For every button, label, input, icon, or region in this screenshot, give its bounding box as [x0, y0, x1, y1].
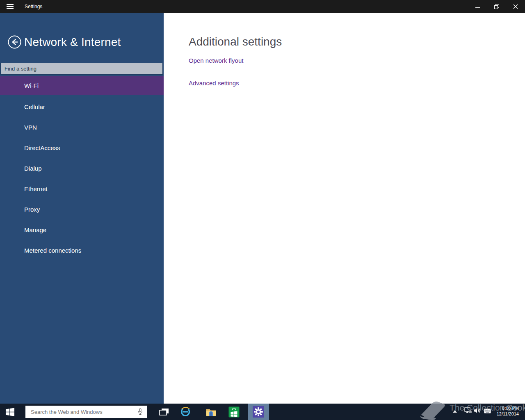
- hamburger-menu-icon[interactable]: [0, 0, 20, 13]
- internet-explorer-icon: [180, 406, 191, 417]
- store-icon: [228, 406, 240, 418]
- sidebar-item-label: Cellular: [24, 103, 45, 110]
- sidebar-item-metered-connections[interactable]: Metered connections: [0, 240, 164, 260]
- sidebar-item-label: Manage: [24, 226, 46, 233]
- sidebar-item-cellular[interactable]: Cellular: [0, 96, 164, 117]
- sidebar-item-wifi[interactable]: Wi-Fi: [0, 76, 164, 95]
- sidebar-item-label: Dialup: [24, 165, 42, 172]
- windows-logo-icon: [5, 407, 15, 417]
- internet-explorer-button[interactable]: [176, 404, 195, 420]
- sidebar-item-label: Ethernet: [24, 185, 48, 192]
- microphone-icon[interactable]: [137, 408, 143, 415]
- minimize-icon: [475, 4, 480, 9]
- restore-icon: [494, 4, 500, 9]
- close-button[interactable]: [506, 0, 525, 13]
- sidebar-header: Network & Internet: [8, 35, 121, 49]
- file-explorer-icon: [206, 408, 216, 416]
- sidebar-item-label: DirectAccess: [24, 144, 60, 151]
- task-view-button[interactable]: [154, 404, 174, 420]
- store-button[interactable]: [224, 404, 244, 420]
- minimize-button[interactable]: [468, 0, 487, 13]
- window-title: Settings: [25, 4, 42, 9]
- touch-keyboard-tray-icon[interactable]: [484, 409, 491, 413]
- open-network-flyout-link[interactable]: Open network flyout: [189, 57, 243, 64]
- sidebar-item-dialup[interactable]: Dialup: [0, 158, 164, 178]
- page-title: Network & Internet: [24, 36, 121, 49]
- sidebar-item-directaccess[interactable]: DirectAccess: [0, 137, 164, 158]
- settings-app-button-active[interactable]: [248, 404, 269, 420]
- sidebar-item-label: Proxy: [24, 206, 40, 213]
- taskbar-search-input[interactable]: [25, 409, 137, 415]
- sidebar-item-proxy[interactable]: Proxy: [0, 199, 164, 219]
- settings-tile: [253, 406, 264, 418]
- sidebar-item-label: VPN: [24, 124, 37, 131]
- main-content: Additional settings Open network flyout …: [164, 13, 525, 404]
- volume-tray-icon[interactable]: [474, 407, 481, 414]
- title-bar: Settings: [0, 0, 525, 13]
- taskbar: 8:06 PM 12/11/2014: [0, 404, 525, 420]
- back-button[interactable]: [8, 35, 21, 49]
- sidebar-item-label: Wi-Fi: [24, 82, 39, 89]
- restore-button[interactable]: [487, 0, 506, 13]
- sidebar-item-vpn[interactable]: VPN: [0, 117, 164, 137]
- tray-time: 8:06 PM: [493, 405, 519, 411]
- close-icon: [513, 4, 518, 9]
- taskbar-clock[interactable]: 8:06 PM 12/11/2014: [493, 405, 519, 417]
- taskbar-search-box: [25, 406, 147, 418]
- section-heading: Additional settings: [189, 35, 282, 48]
- start-button[interactable]: [0, 404, 20, 420]
- sidebar: Network & Internet Wi-Fi Cellular VPN Di…: [0, 13, 164, 404]
- gear-icon: [254, 407, 263, 416]
- advanced-settings-link[interactable]: Advanced settings: [189, 80, 239, 87]
- network-tray-icon[interactable]: [464, 407, 472, 414]
- sidebar-item-manage[interactable]: Manage: [0, 219, 164, 240]
- sidebar-nav: Wi-Fi Cellular VPN DirectAccess Dialup E…: [0, 76, 164, 260]
- file-explorer-button[interactable]: [201, 404, 221, 420]
- tray-show-hidden-icons-chevron-icon[interactable]: [453, 410, 457, 413]
- task-view-icon: [159, 408, 169, 415]
- find-setting-input[interactable]: [0, 63, 163, 75]
- tray-date: 12/11/2014: [493, 411, 519, 417]
- sidebar-item-label: Metered connections: [24, 247, 81, 254]
- sidebar-item-ethernet[interactable]: Ethernet: [0, 178, 164, 199]
